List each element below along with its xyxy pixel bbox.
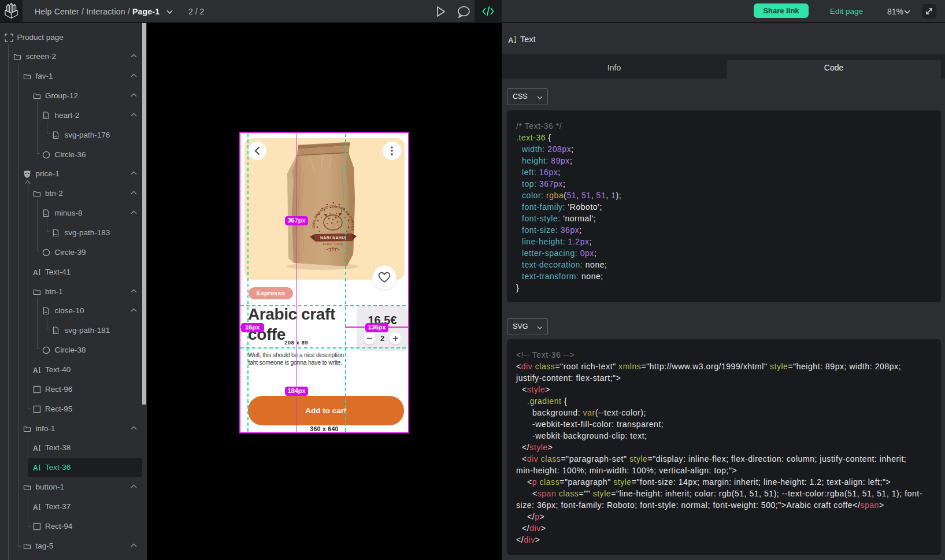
svg-text:A: A [33, 464, 38, 472]
svg-text:A: A [33, 444, 38, 453]
svg-text:A: A [33, 503, 38, 511]
svg-text:A: A [33, 366, 38, 374]
svg-text:NABI NAHUI: NABI NAHUI [320, 236, 346, 240]
svg-text:ARABIC COFFE: ARABIC COFFE [323, 243, 343, 246]
svg-text:A: A [33, 268, 38, 276]
svg-text:A: A [508, 36, 514, 44]
